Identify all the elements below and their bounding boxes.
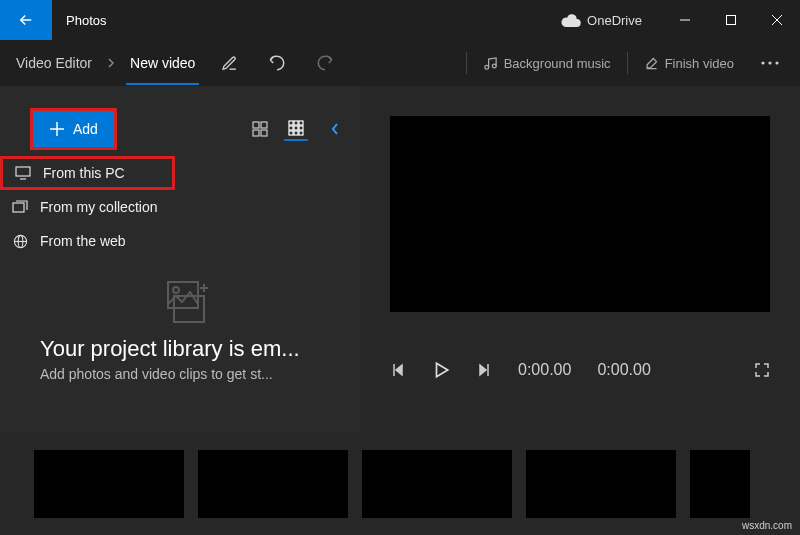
svg-rect-23 [299, 131, 303, 135]
svg-rect-18 [289, 126, 293, 130]
svg-rect-11 [253, 122, 259, 128]
library-view-toggle [248, 117, 344, 141]
window-controls [662, 0, 800, 40]
empty-library-title: Your project library is em... [40, 336, 340, 362]
current-time: 0:00.00 [518, 361, 571, 379]
storyboard-clip[interactable] [34, 450, 184, 518]
next-frame-button[interactable] [476, 362, 492, 378]
add-label: Add [73, 121, 98, 137]
svg-rect-20 [299, 126, 303, 130]
library-empty-icon [160, 278, 210, 324]
preview-panel: 0:00.00 0:00.00 [360, 86, 800, 432]
web-icon [10, 234, 30, 249]
collapse-library-button[interactable] [330, 122, 340, 136]
minimize-button[interactable] [662, 0, 708, 40]
add-button[interactable]: Add [33, 111, 114, 147]
back-button[interactable] [0, 0, 52, 40]
close-button[interactable] [754, 0, 800, 40]
titlebar: Photos OneDrive [0, 0, 800, 40]
storyboard-clip[interactable] [362, 450, 512, 518]
storyboard-clip[interactable] [198, 450, 348, 518]
maximize-button[interactable] [708, 0, 754, 40]
svg-rect-13 [253, 130, 259, 136]
svg-point-8 [775, 61, 778, 64]
previous-frame-button[interactable] [390, 362, 406, 378]
content-area: Add From this PC [0, 86, 800, 432]
onedrive-status[interactable]: OneDrive [561, 13, 642, 28]
svg-rect-17 [299, 121, 303, 125]
pc-icon [13, 166, 33, 180]
onedrive-label: OneDrive [587, 13, 642, 28]
plus-icon [49, 121, 65, 137]
fullscreen-button[interactable] [754, 362, 770, 378]
add-menu: From this PC From my collection From the… [0, 156, 175, 258]
redo-button[interactable] [305, 43, 345, 83]
finish-video-label: Finish video [665, 56, 734, 71]
playback-controls: 0:00.00 0:00.00 [390, 340, 770, 400]
undo-button[interactable] [257, 43, 297, 83]
menu-item-from-pc[interactable]: From this PC [0, 156, 175, 190]
toolbar: Video Editor New video Background music … [0, 40, 800, 86]
play-button[interactable] [432, 361, 450, 379]
svg-point-4 [485, 65, 489, 69]
app-title: Photos [66, 13, 106, 28]
breadcrumb-active[interactable]: New video [124, 55, 201, 83]
view-small-tiles-button[interactable] [284, 117, 308, 141]
svg-rect-14 [261, 130, 267, 136]
svg-point-7 [768, 61, 771, 64]
storyboard-clip[interactable] [526, 450, 676, 518]
svg-rect-12 [261, 122, 267, 128]
add-button-highlight: Add [30, 108, 117, 150]
svg-rect-19 [294, 126, 298, 130]
svg-point-6 [761, 61, 764, 64]
more-button[interactable] [750, 43, 790, 83]
total-time: 0:00.00 [597, 361, 650, 379]
empty-library-subtitle: Add photos and video clips to get st... [40, 366, 340, 382]
export-icon [644, 56, 659, 71]
cloud-icon [561, 14, 581, 27]
menu-item-from-collection[interactable]: From my collection [0, 190, 175, 224]
collection-icon [10, 200, 30, 214]
svg-point-5 [492, 64, 496, 68]
svg-rect-22 [294, 131, 298, 135]
svg-rect-16 [294, 121, 298, 125]
menu-item-from-web[interactable]: From the web [0, 224, 175, 258]
breadcrumb-root[interactable]: Video Editor [10, 55, 98, 71]
rename-button[interactable] [209, 43, 249, 83]
svg-rect-26 [13, 203, 24, 212]
background-music-label: Background music [504, 56, 611, 71]
background-music-button[interactable]: Background music [475, 56, 619, 71]
svg-rect-15 [289, 121, 293, 125]
svg-rect-24 [16, 167, 30, 176]
watermark: wsxdn.com [742, 520, 792, 531]
chevron-right-icon [106, 58, 116, 68]
menu-label-from-web: From the web [40, 233, 126, 249]
music-icon [483, 56, 498, 71]
video-preview[interactable] [390, 116, 770, 312]
storyboard-clip[interactable] [690, 450, 750, 518]
svg-rect-21 [289, 131, 293, 135]
svg-rect-1 [727, 16, 736, 25]
svg-point-31 [173, 287, 179, 293]
project-library-panel: Add From this PC [0, 86, 360, 432]
finish-video-button[interactable]: Finish video [636, 56, 742, 71]
menu-label-from-pc: From this PC [43, 165, 125, 181]
empty-library-message: Your project library is em... Add photos… [40, 336, 340, 382]
storyboard[interactable] [0, 432, 800, 535]
view-large-tiles-button[interactable] [248, 117, 272, 141]
menu-label-from-collection: From my collection [40, 199, 157, 215]
